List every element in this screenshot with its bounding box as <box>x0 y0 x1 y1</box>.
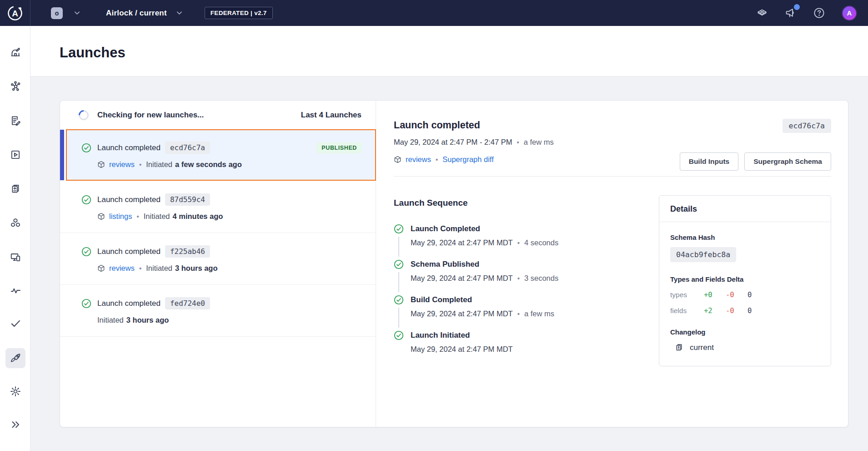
bullet-separator: • <box>436 156 438 163</box>
sidebar-item-insights[interactable] <box>5 280 25 300</box>
details-panel: Details Schema Hash 04acb9febc8a Types a… <box>659 195 831 366</box>
launch-status-text: Launch completed <box>97 299 161 308</box>
initiated-time: 3 hours ago <box>175 264 218 273</box>
supergraph-diff-link[interactable]: Supergraph diff <box>442 155 494 164</box>
launch-id-chip: fed724e0 <box>165 297 210 309</box>
sequence-step: Schema Published May 29, 2024 at 2:47 PM… <box>394 259 648 295</box>
check-circle-icon <box>81 143 91 153</box>
initiated-time: 4 minutes ago <box>173 212 223 221</box>
types-fields-delta-label: Types and Fields Delta <box>670 275 820 283</box>
check-circle-icon <box>394 224 404 234</box>
step-duration: 4 seconds <box>524 238 558 247</box>
federation-version-badge: FEDERATED | v2.7 <box>205 7 273 19</box>
launch-list-item[interactable]: Launch completed 87d559c4 listings • Ini… <box>60 181 376 233</box>
step-duration: 3 seconds <box>524 274 558 283</box>
step-duration: a few ms <box>524 309 554 318</box>
initiated-label: Initiated <box>146 264 172 273</box>
delta-removed: -0 <box>726 307 748 315</box>
initiated-time: 3 hours ago <box>126 316 169 324</box>
megaphone-icon[interactable] <box>784 7 797 19</box>
bullet-separator: • <box>517 138 519 146</box>
launch-list-item[interactable]: Launch completed ecd76c7a PUBLISHED revi… <box>60 129 376 181</box>
details-panel-title: Details <box>659 196 831 222</box>
org-badge[interactable]: o <box>51 7 63 19</box>
bullet-separator: • <box>139 161 141 168</box>
launch-list-header: Checking for new launches... Last 4 Laun… <box>60 101 376 129</box>
sidebar-item-explorer[interactable] <box>5 145 25 165</box>
delta-row: types +0 -0 0 <box>670 291 820 299</box>
launch-list-item[interactable]: Launch completed f225ab46 reviews • Init… <box>60 233 376 285</box>
sidebar-item-home[interactable] <box>5 42 25 62</box>
detail-date-range: May 29, 2024 at 2:47 PM - 2:47 PM <box>394 138 512 147</box>
timeline-connector <box>398 272 399 292</box>
sidebar-item-launches[interactable] <box>5 348 25 368</box>
subgraph-link[interactable]: reviews <box>109 160 135 169</box>
delta-row-name: fields <box>670 307 704 315</box>
bullet-separator: • <box>517 239 520 247</box>
step-label: Launch Completed <box>411 224 558 233</box>
top-bar: A o Airlock / current FEDERATED | v2.7 <box>0 0 868 26</box>
help-icon[interactable] <box>813 7 825 19</box>
launch-id-chip: f225ab46 <box>165 245 210 258</box>
subgraph-link[interactable]: listings <box>109 212 132 221</box>
delta-net: 0 <box>748 307 752 315</box>
avatar[interactable]: A <box>842 5 857 21</box>
launch-count-label: Last 4 Launches <box>301 111 361 120</box>
launch-detail-header: Launch completed ecd76c7a May 29, 2024 a… <box>394 120 831 164</box>
changelog-link[interactable]: current <box>670 343 820 352</box>
supergraph-schema-button[interactable]: Supergraph Schema <box>744 152 831 171</box>
graph-chevron-down-icon[interactable] <box>176 10 183 16</box>
changelog-label: Changelog <box>670 328 820 336</box>
org-chevron-down-icon[interactable] <box>74 10 80 16</box>
sidebar-item-checks[interactable] <box>5 313 25 333</box>
subgraph-link[interactable]: reviews <box>406 155 431 164</box>
delta-removed: -0 <box>726 291 748 299</box>
launch-sequence: Launch Sequence <box>394 177 648 354</box>
detail-title: Launch completed <box>394 120 831 131</box>
sidebar-item-graph[interactable] <box>5 76 25 96</box>
check-circle-icon <box>81 299 91 309</box>
check-circle-icon <box>81 195 91 205</box>
delta-row-name: types <box>670 291 704 299</box>
cube-icon <box>394 156 401 163</box>
sequence-step: Launch Completed May 29, 2024 at 2:47 PM… <box>394 224 648 259</box>
check-circle-icon <box>81 247 91 257</box>
step-label: Build Completed <box>411 295 554 304</box>
graph-variant-selector[interactable]: Airlock / current <box>106 9 167 18</box>
step-date: May 29, 2024 at 2:47 PM MDT <box>411 274 513 283</box>
notification-dot <box>794 4 800 10</box>
sidebar-item-subgraphs[interactable] <box>5 213 25 233</box>
cube-icon <box>97 213 105 220</box>
subgraph-link[interactable]: reviews <box>109 264 135 273</box>
detail-launch-id-chip: ecd76c7a <box>783 119 831 133</box>
timeline-connector <box>398 308 399 328</box>
sidebar-item-settings[interactable] <box>5 381 25 401</box>
bullet-separator: • <box>517 310 520 318</box>
apollo-logo[interactable]: A <box>0 0 30 26</box>
bullet-separator: • <box>139 264 141 272</box>
expand-sidebar-double-chevron-icon[interactable] <box>5 415 25 435</box>
initiated-label: Initiated <box>144 212 170 221</box>
selected-outline <box>66 129 376 181</box>
launch-id-chip: 87d559c4 <box>165 193 210 206</box>
launch-list-item[interactable]: Launch completed fed724e0 Initiated 3 ho… <box>60 285 376 337</box>
launch-id-chip: ecd76c7a <box>165 142 210 154</box>
topbar-actions: A <box>756 5 868 21</box>
sequence-step: Launch Initiated May 29, 2024 at 2:47 PM… <box>394 330 648 354</box>
published-badge: PUBLISHED <box>316 142 362 153</box>
sidebar-item-changelog[interactable] <box>5 179 25 199</box>
page-title: Launches <box>60 45 125 61</box>
box-icon[interactable] <box>756 7 768 19</box>
sidebar-item-clients[interactable] <box>5 247 25 267</box>
check-circle-icon <box>394 330 404 340</box>
bullet-separator: • <box>517 274 520 282</box>
launch-status-text: Launch completed <box>97 195 161 204</box>
launch-list: Checking for new launches... Last 4 Laun… <box>60 101 376 427</box>
detail-duration: a few ms <box>524 138 554 147</box>
changelog-value: current <box>690 343 714 352</box>
build-inputs-button[interactable]: Build Inputs <box>680 152 739 171</box>
schema-hash-label: Schema Hash <box>670 233 820 241</box>
initiated-time: a few seconds ago <box>175 160 242 169</box>
launches-card: Checking for new launches... Last 4 Laun… <box>60 100 848 427</box>
sidebar-item-schema[interactable] <box>5 111 25 131</box>
